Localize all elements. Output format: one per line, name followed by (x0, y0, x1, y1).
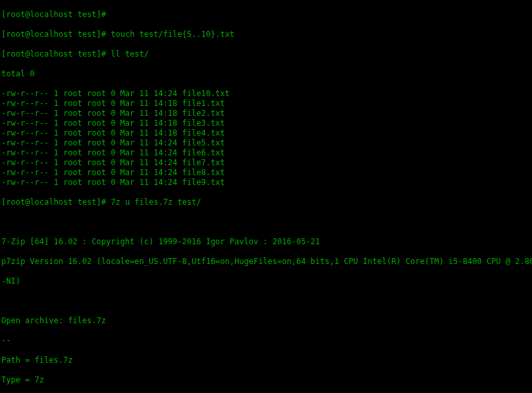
prompt-line-empty: [root@localhost test]# (1, 10, 531, 20)
file-row: -rw-r--r-- 1 root root 0 Mar 11 14:24 fi… (1, 168, 531, 178)
ll-total: total 0 (1, 69, 531, 79)
terminal[interactable]: [root@localhost test]# [root@localhost t… (0, 0, 532, 393)
7z-banner2: p7zip Version 16.02 (locale=en_US.UTF-8,… (1, 257, 531, 267)
file-row: -rw-r--r-- 1 root root 0 Mar 11 14:18 fi… (1, 99, 531, 109)
prompt-line-7z: [root@localhost test]# 7z u files.7z tes… (1, 197, 531, 207)
7z-banner3: -NI) (1, 276, 531, 286)
prompt-line-touch: [root@localhost test]# touch test/file{5… (1, 30, 531, 39)
file-row: -rw-r--r-- 1 root root 0 Mar 11 14:18 fi… (1, 118, 531, 128)
file-row: -rw-r--r-- 1 root root 0 Mar 11 14:24 fi… (1, 89, 531, 99)
blank-line (1, 296, 531, 306)
7z-type: Type = 7z (1, 375, 531, 385)
prompt-line-ll: [root@localhost test]# ll test/ (1, 49, 531, 59)
blank-line (1, 217, 531, 227)
prompt: [root@localhost test]# (1, 30, 106, 39)
file-row: -rw-r--r-- 1 root root 0 Mar 11 14:18 fi… (1, 128, 531, 138)
command-touch: touch test/file{5..10}.txt (111, 30, 234, 39)
file-row: -rw-r--r-- 1 root root 0 Mar 11 14:18 fi… (1, 109, 531, 118)
7z-dashes: -- (1, 336, 531, 346)
command-7z: 7z u files.7z test/ (111, 197, 201, 207)
7z-banner1: 7-Zip [64] 16.02 : Copyright (c) 1999-20… (1, 237, 531, 247)
command-ll: ll test/ (111, 49, 149, 59)
7z-open-archive: Open archive: files.7z (1, 316, 531, 326)
prompt: [root@localhost test]# (1, 49, 106, 59)
7z-path: Path = files.7z (1, 355, 531, 365)
prompt: [root@localhost test]# (1, 10, 106, 19)
file-row: -rw-r--r-- 1 root root 0 Mar 11 14:24 fi… (1, 158, 531, 168)
file-row: -rw-r--r-- 1 root root 0 Mar 11 14:24 fi… (1, 148, 531, 158)
file-row: -rw-r--r-- 1 root root 0 Mar 11 14:24 fi… (1, 138, 531, 148)
file-row: -rw-r--r-- 1 root root 0 Mar 11 14:24 fi… (1, 178, 531, 188)
prompt: [root@localhost test]# (1, 197, 106, 207)
